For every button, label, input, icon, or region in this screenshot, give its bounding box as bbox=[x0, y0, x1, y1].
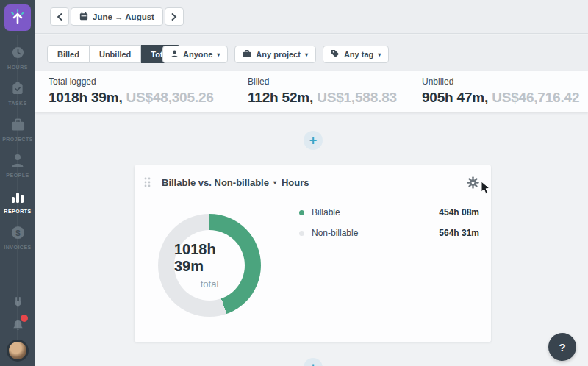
sidebar-item-hours[interactable]: HOURS bbox=[0, 40, 35, 76]
chevron-down-icon: ▾ bbox=[305, 51, 308, 58]
top-bar: June → August bbox=[35, 0, 588, 34]
summary-amount: US$48,305.26 bbox=[126, 90, 214, 105]
summary-hours: 905h 47m, bbox=[422, 90, 488, 105]
sidebar-item-projects[interactable]: PROJECTS bbox=[0, 112, 35, 148]
summary-label: Total logged bbox=[49, 76, 214, 87]
sidebar-item-label: PEOPLE bbox=[6, 173, 29, 178]
integrations-button[interactable] bbox=[0, 295, 35, 311]
summary-value: 1018h 39m, US$48,305.26 bbox=[49, 90, 214, 106]
sidebar-item-tasks[interactable]: TASKS bbox=[0, 76, 35, 112]
app-logo[interactable] bbox=[4, 4, 31, 31]
summary-value: 905h 47m, US$46,716.42 bbox=[422, 90, 579, 106]
next-period-button[interactable] bbox=[165, 7, 184, 26]
donut-total-label: total bbox=[201, 279, 219, 290]
sidebar-item-label: REPORTS bbox=[4, 209, 31, 214]
card-header: Billable vs. Non-billable ▾ Hours bbox=[135, 165, 491, 199]
summary-unbilled: Unbilled 905h 47m, US$46,716.42 bbox=[422, 76, 579, 106]
date-navigation: June → August bbox=[50, 7, 184, 26]
plug-icon bbox=[12, 295, 24, 311]
sidebar: HOURS TASKS PROJECTS PEOPLE bbox=[0, 0, 35, 366]
notifications-button[interactable] bbox=[0, 319, 35, 334]
user-avatar[interactable] bbox=[7, 340, 29, 362]
tag-filter-dropdown[interactable]: Any tag ▾ bbox=[323, 46, 389, 63]
bar-chart-icon bbox=[11, 190, 24, 207]
tasks-clipboard-icon bbox=[11, 82, 24, 98]
chevron-right-icon bbox=[171, 13, 177, 21]
add-report-button[interactable]: + bbox=[304, 131, 323, 150]
avatar-photo bbox=[9, 342, 26, 359]
member-filter-label: Anyone bbox=[183, 50, 212, 59]
chevron-down-icon: ▾ bbox=[378, 51, 381, 58]
date-range-button[interactable]: June → August bbox=[71, 7, 163, 26]
prev-period-button[interactable] bbox=[50, 7, 69, 26]
sidebar-item-label: HOURS bbox=[7, 65, 28, 70]
filter-dropdowns: Anyone ▾ Any project ▾ Any tag ▾ bbox=[162, 46, 389, 63]
member-filter-dropdown[interactable]: Anyone ▾ bbox=[162, 46, 228, 63]
chevron-down-icon: ▾ bbox=[217, 51, 220, 58]
segment-billed[interactable]: Billed bbox=[47, 45, 90, 63]
project-filter-label: Any project bbox=[256, 50, 301, 59]
report-type-dropdown[interactable]: Billable vs. Non-billable ▾ bbox=[162, 177, 276, 188]
hubstaff-arrow-icon bbox=[8, 7, 27, 29]
sidebar-item-label: PROJECTS bbox=[2, 137, 33, 142]
billable-report-card: Billable vs. Non-billable ▾ Hours bbox=[135, 165, 491, 342]
sidebar-item-label: INVOICES bbox=[4, 245, 31, 250]
summary-amount: US$1,588.83 bbox=[317, 90, 397, 105]
summary-label: Unbilled bbox=[422, 76, 579, 87]
legend-label: Billable bbox=[312, 207, 340, 218]
notification-badge bbox=[21, 315, 28, 322]
clock-icon bbox=[11, 46, 25, 62]
donut-total-value: 1018h 39m bbox=[174, 241, 245, 275]
dollar-circle-icon: $ bbox=[11, 226, 25, 243]
legend-value: 454h 08m bbox=[439, 207, 479, 218]
add-report-button-bottom[interactable]: + bbox=[304, 358, 323, 366]
summary-label: Billed bbox=[248, 76, 397, 87]
calendar-icon bbox=[79, 12, 88, 22]
billable-dot-icon bbox=[299, 210, 304, 215]
legend-label: Non-billable bbox=[312, 228, 358, 238]
card-settings-button[interactable] bbox=[467, 176, 479, 189]
help-button[interactable]: ? bbox=[548, 333, 576, 361]
gear-icon bbox=[467, 176, 479, 189]
drag-handle-icon[interactable] bbox=[144, 177, 151, 187]
sidebar-item-reports[interactable]: REPORTS bbox=[0, 184, 35, 220]
svg-text:$: $ bbox=[15, 229, 21, 237]
segment-unbilled[interactable]: Unbilled bbox=[90, 45, 141, 63]
legend-value: 564h 31m bbox=[439, 228, 479, 238]
summary-hours: 112h 52m, bbox=[248, 90, 313, 105]
project-filter-dropdown[interactable]: Any project ▾ bbox=[234, 46, 316, 63]
chevron-down-icon: ▾ bbox=[273, 179, 276, 186]
non-billable-dot-icon bbox=[299, 231, 304, 236]
billing-segmented-control: Billed Unbilled Total bbox=[47, 45, 180, 63]
legend-row-billable: Billable 454h 08m bbox=[299, 204, 479, 221]
date-range-label: June → August bbox=[93, 12, 154, 21]
app-window: HOURS TASKS PROJECTS PEOPLE bbox=[0, 0, 588, 366]
tag-icon bbox=[331, 49, 340, 60]
summary-value: 112h 52m, US$1,588.83 bbox=[248, 90, 397, 106]
summary-billed: Billed 112h 52m, US$1,588.83 bbox=[248, 76, 397, 106]
summary-amount: US$46,716.42 bbox=[492, 90, 579, 105]
summary-total-logged: Total logged 1018h 39m, US$48,305.26 bbox=[49, 76, 214, 106]
card-body: 1018h 39m total Billable 454h 08m Non-bi… bbox=[135, 199, 491, 317]
legend-row-non-billable: Non-billable 564h 31m bbox=[299, 224, 479, 242]
briefcase-icon bbox=[11, 118, 25, 134]
report-unit-label: Hours bbox=[282, 177, 309, 188]
chart-legend: Billable 454h 08m Non-billable 564h 31m bbox=[299, 204, 479, 317]
sidebar-item-people[interactable]: PEOPLE bbox=[0, 148, 35, 184]
report-type-label: Billable vs. Non-billable bbox=[162, 177, 269, 188]
person-small-icon bbox=[171, 50, 179, 60]
donut-center: 1018h 39m total bbox=[174, 230, 245, 301]
filters-row: Billed Unbilled Total Anyone ▾ Any proje… bbox=[35, 35, 588, 71]
tag-filter-label: Any tag bbox=[344, 50, 373, 59]
chevron-left-icon bbox=[57, 13, 62, 21]
sidebar-item-label: TASKS bbox=[8, 101, 27, 106]
sidebar-item-invoices[interactable]: $ INVOICES bbox=[0, 220, 35, 256]
sidebar-nav: HOURS TASKS PROJECTS PEOPLE bbox=[0, 40, 35, 256]
summary-bar: Total logged 1018h 39m, US$48,305.26 Bil… bbox=[35, 71, 588, 112]
summary-hours: 1018h 39m, bbox=[49, 90, 122, 105]
briefcase-small-icon bbox=[243, 50, 251, 60]
person-icon bbox=[11, 154, 24, 171]
mouse-cursor bbox=[481, 181, 490, 198]
billable-donut-chart[interactable]: 1018h 39m total bbox=[158, 214, 261, 317]
